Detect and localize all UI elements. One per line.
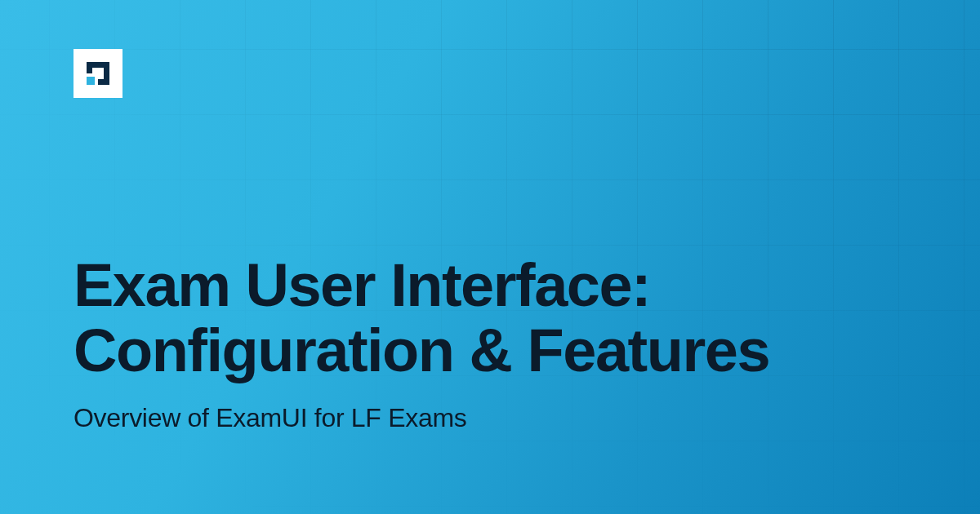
title-line-1: Exam User Interface: [74, 251, 650, 319]
title-line-2: Configuration & Features [74, 317, 769, 384]
page-subtitle: Overview of ExamUI for LF Exams [74, 403, 906, 433]
text-block: Exam User Interface: Configuration & Fea… [74, 253, 906, 433]
linux-foundation-square-icon [83, 59, 113, 88]
page-title: Exam User Interface: Configuration & Fea… [74, 253, 906, 383]
logo-container [74, 49, 122, 98]
content-area: Exam User Interface: Configuration & Fea… [0, 0, 980, 514]
